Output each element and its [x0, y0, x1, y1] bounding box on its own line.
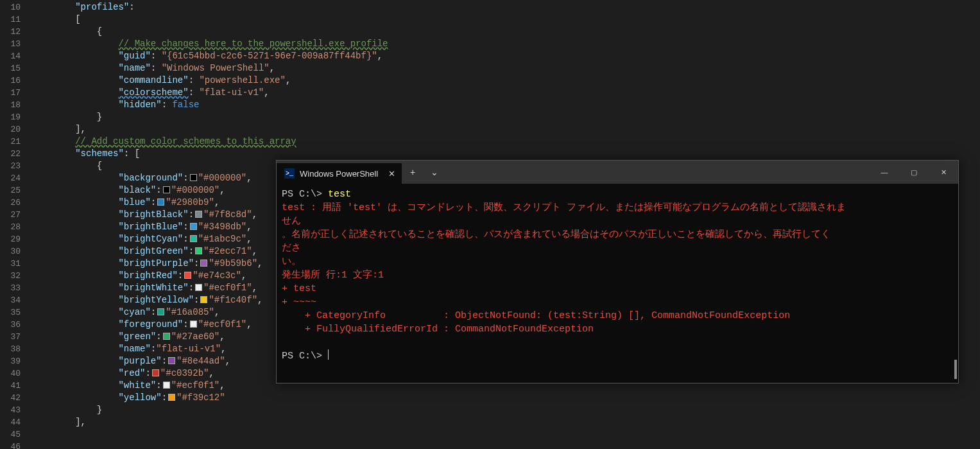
- tab-close-button[interactable]: ✕: [388, 169, 395, 179]
- code-token: [32, 380, 118, 391]
- code-token: "#ecf0f1": [171, 380, 220, 391]
- close-button[interactable]: ✕: [929, 161, 958, 184]
- code-token: ,: [219, 331, 225, 342]
- maximize-button[interactable]: ▢: [899, 161, 929, 184]
- code-token: ,: [209, 368, 214, 378]
- code-token: "profiles": [75, 2, 129, 12]
- code-line[interactable]: "yellow":"#f39c12": [32, 392, 980, 404]
- terminal-line: [282, 336, 953, 349]
- tab-dropdown-button[interactable]: ⌄: [424, 161, 445, 184]
- line-number: 42: [0, 392, 21, 404]
- code-token: "brightBlue": [118, 222, 183, 232]
- titlebar-drag-region[interactable]: [445, 161, 870, 184]
- code-token: [32, 87, 118, 98]
- code-token: :: [156, 331, 161, 342]
- line-number: 19: [0, 111, 21, 123]
- code-line[interactable]: "profiles":: [32, 1, 980, 13]
- code-line[interactable]: }: [32, 111, 980, 123]
- terminal-error-line: 発生場所 行:1 文字:1: [282, 269, 953, 282]
- code-token: "flat-ui-v1": [199, 87, 264, 98]
- code-token: [32, 295, 118, 305]
- code-token: "#c0392b": [160, 368, 209, 378]
- code-token: [32, 51, 118, 61]
- code-token: "{61c54bbd-c2c6-5271-96e7-009a87ff44bf}": [162, 51, 377, 61]
- line-number: 11: [0, 13, 21, 26]
- code-line[interactable]: "hidden": false: [32, 99, 980, 111]
- code-line[interactable]: "name": "Windows PowerShell",: [32, 62, 980, 75]
- code-token: }: [32, 112, 102, 122]
- code-token: :: [194, 258, 199, 269]
- color-swatch: [157, 198, 164, 206]
- code-line[interactable]: ],: [32, 416, 980, 428]
- code-token: }: [32, 405, 102, 415]
- line-number: 34: [0, 294, 21, 306]
- line-number: 36: [0, 319, 21, 331]
- terminal-scrollbar[interactable]: [954, 360, 957, 379]
- code-token: [32, 148, 75, 159]
- color-swatch: [190, 174, 197, 181]
- code-token: "purple": [118, 356, 161, 366]
- code-token: :: [194, 295, 199, 305]
- code-token: ,: [225, 356, 230, 366]
- code-token: "guid": [118, 51, 150, 61]
- line-number: 32: [0, 270, 21, 282]
- terminal-error-line: + ~~~~: [282, 295, 953, 309]
- code-token: ,: [377, 51, 383, 61]
- color-swatch: [200, 296, 207, 303]
- code-token: [32, 258, 118, 269]
- code-token: :: [189, 246, 194, 256]
- color-swatch: [195, 247, 202, 254]
- code-line[interactable]: "commandline": "powershell.exe",: [32, 75, 980, 87]
- code-token: :: [151, 63, 162, 73]
- code-token: [32, 356, 118, 366]
- terminal-window[interactable]: >_ Windows PowerShell ✕ + ⌄ — ▢ ✕ PS C:\…: [276, 160, 959, 383]
- code-line[interactable]: }: [32, 404, 980, 416]
- code-token: :: [189, 75, 200, 85]
- new-tab-button[interactable]: +: [402, 161, 424, 184]
- code-token: :: [183, 319, 188, 330]
- code-token: "#f39c12": [176, 392, 225, 403]
- line-number: 46: [0, 441, 21, 449]
- code-line[interactable]: {: [32, 26, 980, 38]
- terminal-error-line: 。名前が正しく記述されていることを確認し、パスが含まれている場合はそのパスが正し…: [282, 228, 953, 242]
- code-token: ,: [286, 75, 291, 85]
- code-line[interactable]: ],: [32, 123, 980, 136]
- code-token: "#16a085": [166, 307, 214, 317]
- code-line[interactable]: [: [32, 13, 980, 26]
- code-token: :: [145, 368, 150, 378]
- line-number: 35: [0, 306, 21, 319]
- color-swatch: [190, 235, 197, 242]
- line-number: 33: [0, 282, 21, 294]
- code-token: :: [156, 185, 161, 195]
- line-number: 13: [0, 38, 21, 50]
- line-number: 44: [0, 416, 21, 428]
- code-line[interactable]: // Make changes here to the powershell.e…: [32, 38, 980, 50]
- code-line[interactable]: // Add custom color schemes to this arra…: [32, 136, 980, 148]
- code-token: [32, 209, 118, 220]
- code-token: "#f1c40f": [209, 295, 257, 305]
- code-token: ],: [32, 124, 86, 134]
- code-token: {: [32, 26, 102, 37]
- line-number: 39: [0, 355, 21, 367]
- code-token: "white": [118, 380, 156, 391]
- code-token: "#e74c3c": [193, 270, 241, 281]
- code-line[interactable]: "colorscheme": "flat-ui-v1",: [32, 87, 980, 99]
- minimize-button[interactable]: —: [870, 161, 899, 184]
- code-token: "brightGreen": [118, 246, 188, 256]
- terminal-titlebar[interactable]: >_ Windows PowerShell ✕ + ⌄ — ▢ ✕: [277, 161, 958, 184]
- code-token: [32, 173, 118, 183]
- terminal-tab[interactable]: >_ Windows PowerShell ✕: [277, 163, 402, 184]
- line-number: 16: [0, 75, 21, 87]
- code-token: "Windows PowerShell": [162, 63, 270, 73]
- code-token: [: [32, 14, 81, 24]
- line-number: 41: [0, 380, 21, 392]
- code-token: : [: [124, 148, 140, 159]
- code-token: "green": [118, 331, 156, 342]
- code-line[interactable]: "guid": "{61c54bbd-c2c6-5271-96e7-009a87…: [32, 50, 980, 62]
- terminal-body[interactable]: PS C:\> testtest : 用語 'test' は、コマンドレット、関…: [277, 184, 958, 383]
- code-token: "#000000": [198, 173, 247, 183]
- code-line[interactable]: "schemes": [: [32, 148, 980, 160]
- terminal-prompt[interactable]: PS C:\>: [282, 349, 953, 363]
- code-token: [32, 319, 118, 330]
- code-token: ,: [246, 222, 252, 232]
